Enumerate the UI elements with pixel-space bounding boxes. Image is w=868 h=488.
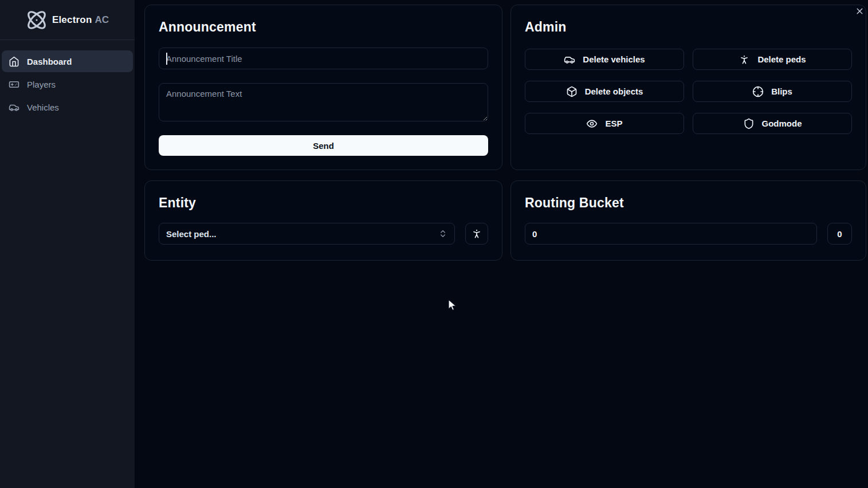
routing-bucket-card: Routing Bucket 0 [510,180,866,261]
godmode-button[interactable]: Godmode [693,113,852,134]
close-button[interactable] [853,5,866,17]
button-label: Godmode [762,119,802,128]
sidebar-nav: Dashboard Players Vehicles [0,40,135,118]
button-label: Blips [771,86,792,96]
person-standing-icon [471,228,482,239]
admin-title: Admin [525,19,852,35]
announcement-title-input[interactable] [159,48,488,69]
brand-suffix: AC [95,14,109,25]
gamepad-icon [9,79,19,90]
entity-card: Entity Select ped... [144,180,502,261]
entity-row: Select ped... [159,223,488,245]
eye-icon [586,118,598,129]
spawn-ped-button[interactable] [465,223,488,245]
admin-actions-grid: Delete vehicles Delete peds Delete objec… [525,49,852,134]
shield-icon [743,118,755,129]
sidebar-item-players[interactable]: Players [2,73,133,95]
crosshair-icon [752,86,764,97]
routing-bucket-current-button[interactable]: 0 [827,223,852,245]
ped-select[interactable]: Select ped... [159,223,455,245]
delete-peds-button[interactable]: Delete peds [693,49,852,70]
sidebar-item-label: Players [27,80,56,89]
button-label: ESP [605,119,622,128]
chevrons-up-down-icon [438,229,447,238]
box-icon [566,86,578,97]
delete-vehicles-button[interactable]: Delete vehicles [525,49,684,70]
sidebar-item-label: Dashboard [27,57,72,66]
car-icon [564,54,575,65]
home-icon [9,56,19,67]
announcement-title: Announcement [159,19,488,35]
announcement-title-field-wrap [159,35,488,69]
blips-button[interactable]: Blips [693,81,852,102]
button-label: Delete vehicles [583,54,645,64]
electron-ac-app: ElectronAC Dashboard Players [0,0,868,488]
close-icon [855,6,865,16]
sidebar: ElectronAC Dashboard Players [0,0,135,488]
announcement-card: Announcement Send [144,5,502,170]
delete-objects-button[interactable]: Delete objects [525,81,684,102]
send-button[interactable]: Send [159,135,488,156]
person-standing-icon [739,54,750,65]
esp-button[interactable]: ESP [525,113,684,134]
brand-name: Electron [52,14,92,25]
admin-card: Admin Delete vehicles Delete peds [510,5,866,170]
brand: ElectronAC [0,0,135,40]
routing-bucket-row: 0 [525,223,852,245]
sidebar-item-dashboard[interactable]: Dashboard [2,50,133,72]
announcement-text-input[interactable] [159,83,488,121]
atom-icon [26,9,48,31]
entity-title: Entity [159,195,488,211]
routing-bucket-input[interactable] [525,223,817,245]
sidebar-item-label: Vehicles [27,103,59,112]
mouse-cursor-icon [446,299,458,314]
button-label: Delete objects [585,86,643,96]
sidebar-item-vehicles[interactable]: Vehicles [2,96,133,118]
text-caret [166,53,167,65]
button-label: Delete peds [757,54,806,64]
routing-bucket-title: Routing Bucket [525,195,852,211]
car-icon [9,102,19,113]
ped-select-value: Select ped... [166,229,217,239]
